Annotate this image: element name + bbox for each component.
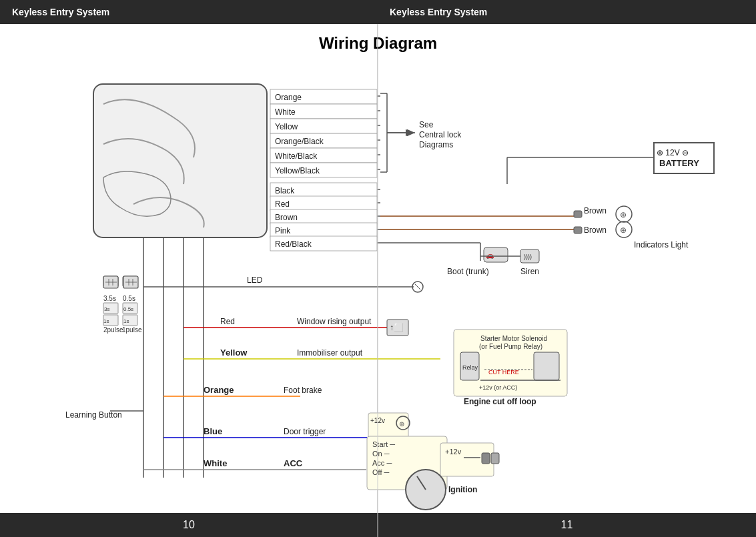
footer-page-right: 11: [378, 519, 756, 531]
header-right-title: Keyless Entry System: [378, 7, 756, 17]
header-left-title: Keyless Entry System: [0, 7, 378, 17]
page-right: [378, 24, 756, 513]
header: Keyless Entry System Keyless Entry Syste…: [0, 0, 756, 24]
main-content: [0, 24, 756, 513]
footer-page-left: 10: [0, 519, 378, 531]
footer: 10 11: [0, 513, 756, 537]
page-left: [0, 24, 378, 513]
